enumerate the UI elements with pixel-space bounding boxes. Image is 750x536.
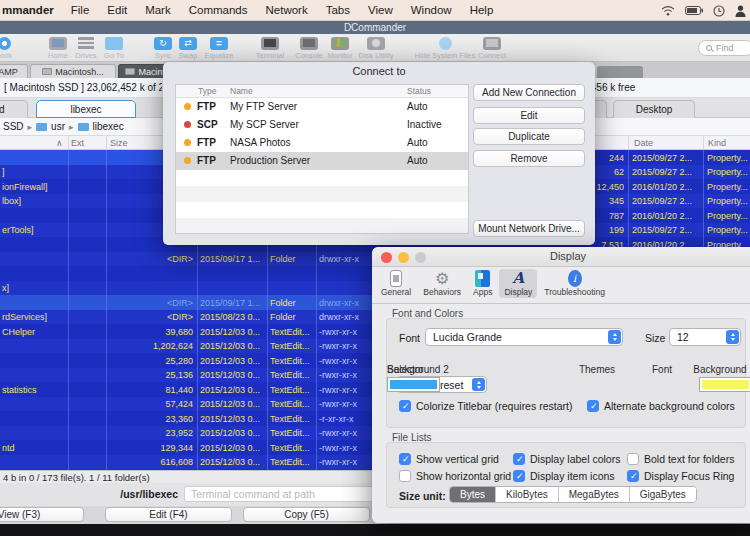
file-name: ] (2, 167, 98, 177)
window-tab[interactable]: Macintosh... (30, 64, 116, 78)
preferences-tab[interactable]: Behaviors (418, 269, 466, 298)
file-kind: Property... (707, 167, 749, 177)
toolbar-button[interactable]: Terminal (248, 37, 292, 60)
dialog-button-label: Edit (520, 110, 537, 121)
checkbox[interactable]: Show horizontal grid (399, 470, 513, 482)
window-tab[interactable]: AMP (0, 64, 28, 78)
mount-network-drive-button[interactable]: Mount Network Drive... (473, 220, 585, 237)
menu-item[interactable]: File (62, 4, 99, 16)
preferences-tab[interactable]: Troubleshooting (539, 269, 610, 298)
font-color-well[interactable] (699, 377, 750, 392)
checkbox[interactable]: Display label colors (513, 453, 627, 465)
dialog-title-bar[interactable]: Display (372, 247, 750, 267)
dialog-button[interactable]: Add New Connection (473, 84, 585, 101)
disk-utility-icon (367, 37, 385, 50)
checkbox[interactable]: Display item icons (513, 470, 627, 482)
dialog-button[interactable]: Edit (473, 107, 585, 124)
dialog-button[interactable]: Remove (473, 150, 585, 167)
file-permissions: -rwxr-xr-x (319, 370, 369, 380)
toolbar-button[interactable]: Connect (472, 37, 512, 60)
column-header-size[interactable]: Size (110, 138, 128, 148)
toolbar-button[interactable]: Hide System Files (410, 37, 480, 60)
size-unit-option-label: GigaBytes (640, 489, 686, 500)
function-button[interactable]: Edit (F4) (105, 507, 232, 522)
right-panel-tab-fragment[interactable] (597, 66, 643, 78)
theme-column-header: Background (691, 364, 749, 375)
font-select[interactable]: Lucida Grande (425, 328, 623, 346)
size-unit-option[interactable]: KiloBytes (495, 487, 558, 502)
menu-item[interactable]: Commands (180, 4, 257, 16)
folder-tab-label: nd (0, 104, 5, 115)
checkbox[interactable]: Show vertical grid (399, 453, 513, 465)
column-header-kind[interactable]: Kind (708, 138, 726, 148)
equalize-icon (210, 37, 228, 50)
preferences-tab[interactable]: Apps (468, 269, 497, 298)
menu-item[interactable]: Tabs (317, 4, 359, 16)
window-title-bar[interactable]: DCommander (0, 21, 750, 34)
toolbar-button-label: Connect (478, 51, 506, 60)
breadcrumb-item[interactable]: ▸ usr (28, 121, 65, 132)
file-permissions: -rwxr-xr-x (319, 428, 369, 438)
toolbar-button[interactable]: Disk Utility (352, 37, 400, 60)
folder-tab[interactable]: nd (0, 100, 28, 118)
checkbox[interactable]: Display Focus Ring (627, 470, 750, 482)
dialog-button-label: Mount Network Drive... (478, 223, 580, 234)
menu-item[interactable]: Network (257, 4, 317, 16)
font-size-select[interactable]: 12 (669, 328, 741, 346)
checkbox-label: Display label colors (530, 453, 620, 465)
function-button-label: View (F3) (0, 509, 40, 520)
function-button[interactable]: Copy (F5) (243, 507, 370, 522)
preferences-tab[interactable]: Display (499, 269, 537, 298)
dialog-button[interactable]: Duplicate (473, 128, 585, 145)
display-settings-content: Font and Colors Font Lucida Grande Size … (372, 304, 750, 523)
folder-tab[interactable]: Desktop (613, 100, 695, 118)
breadcrumb-item[interactable]: ▸ libexec (69, 121, 124, 132)
toolbar-button[interactable]: Look (0, 37, 22, 60)
toolbar-button[interactable]: Equalize (198, 37, 240, 60)
folder-tab[interactable]: libexec (36, 100, 136, 118)
file-kind: TextEdit... (270, 399, 314, 409)
chevron-right-icon: ▸ (28, 122, 33, 132)
checkbox[interactable]: Colorize Titlebar (requires restart) (399, 400, 572, 412)
clock-icon[interactable] (713, 5, 725, 17)
breadcrumb-item[interactable]: ▸ SSD (3, 121, 24, 132)
file-kind: Property... (707, 196, 749, 206)
file-kind: Property... (707, 153, 749, 163)
toolbar-button[interactable]: Home (43, 37, 73, 60)
search-icon (706, 45, 712, 51)
column-separator (68, 136, 69, 149)
breadcrumb-label: usr (51, 121, 65, 132)
goto-folder-icon (105, 37, 123, 50)
wifi-icon[interactable] (661, 5, 675, 16)
column-header-ext[interactable]: Ext (71, 138, 84, 148)
menu-item[interactable]: Edit (98, 4, 136, 16)
toolbar-button-label: Console (295, 51, 323, 60)
file-date: 2015/12/03 0... (200, 414, 264, 424)
battery-icon[interactable] (685, 6, 703, 15)
toolbar-button[interactable]: Go To (98, 37, 130, 60)
find-field[interactable]: Find (698, 40, 750, 56)
selector-color-well[interactable] (387, 377, 440, 392)
checkbox-box-icon (627, 453, 639, 465)
preferences-tab[interactable]: General (376, 269, 416, 298)
size-unit-option[interactable]: MegaBytes (558, 487, 629, 502)
menu-item[interactable]: View (359, 4, 402, 16)
file-date: 2015/09/17 1... (200, 254, 264, 264)
checkbox[interactable]: Bold text for folders (627, 453, 750, 465)
app-menu[interactable]: mmander (0, 4, 62, 16)
font-size-value: 12 (677, 331, 689, 343)
user-icon[interactable] (735, 5, 746, 17)
column-header-date[interactable]: Date (634, 138, 653, 148)
menu-item[interactable]: Window (402, 4, 461, 16)
left-drive-info: [ Macintosh SSD ] 23,062,452 k of 2 (4, 82, 162, 93)
checkbox[interactable]: Alternate background colors (587, 400, 735, 412)
size-unit-option[interactable]: GigaBytes (629, 487, 696, 502)
menu-item[interactable]: Mark (136, 4, 180, 16)
size-unit-option[interactable]: Bytes (450, 487, 495, 502)
toolbar-button-label: Go To (104, 51, 124, 60)
menu-item[interactable]: Help (461, 4, 503, 16)
file-kind: TextEdit... (270, 370, 314, 380)
function-button[interactable]: View (F3) (0, 507, 84, 522)
preferences-tabs: General Behaviors Apps Display Troublesh… (372, 267, 750, 304)
font-and-colors-group: Font Lucida Grande Size 12 ThemesFontBac… (386, 318, 746, 428)
